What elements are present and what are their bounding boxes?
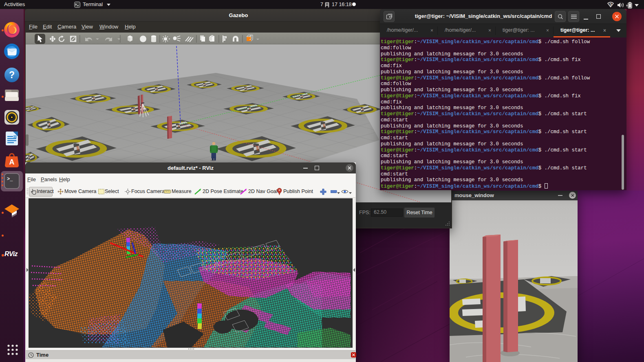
svg-text:?: ? — [9, 70, 15, 80]
svg-text:>_: >_ — [7, 176, 13, 182]
svg-text:A: A — [9, 158, 15, 166]
svg-text:?: ? — [609, 2, 612, 7]
